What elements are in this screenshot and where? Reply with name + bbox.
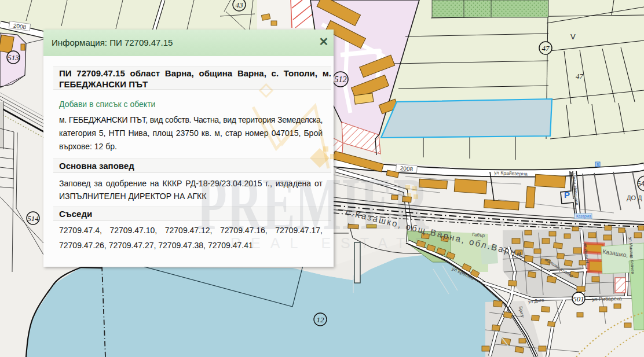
svg-text:47: 47 [542, 44, 550, 53]
svg-text:512: 512 [335, 75, 347, 84]
svg-text:Казарма: Казарма [576, 214, 591, 219]
svg-text:54: 54 [637, 180, 644, 188]
svg-text:2008: 2008 [400, 165, 414, 172]
svg-text:514: 514 [27, 214, 39, 223]
svg-text:12: 12 [317, 315, 325, 324]
svg-text:47: 47 [576, 72, 584, 80]
svg-text:ДО Д: ДО Д [627, 194, 642, 201]
svg-text:513: 513 [8, 53, 19, 62]
svg-text:P: P [564, 190, 570, 200]
svg-text:43: 43 [236, 1, 244, 9]
svg-text:B: B [597, 163, 599, 167]
svg-text:ул Рибарска: ул Рибарска [592, 296, 622, 302]
svg-text:V: V [570, 32, 576, 41]
svg-text:501: 501 [573, 295, 584, 303]
